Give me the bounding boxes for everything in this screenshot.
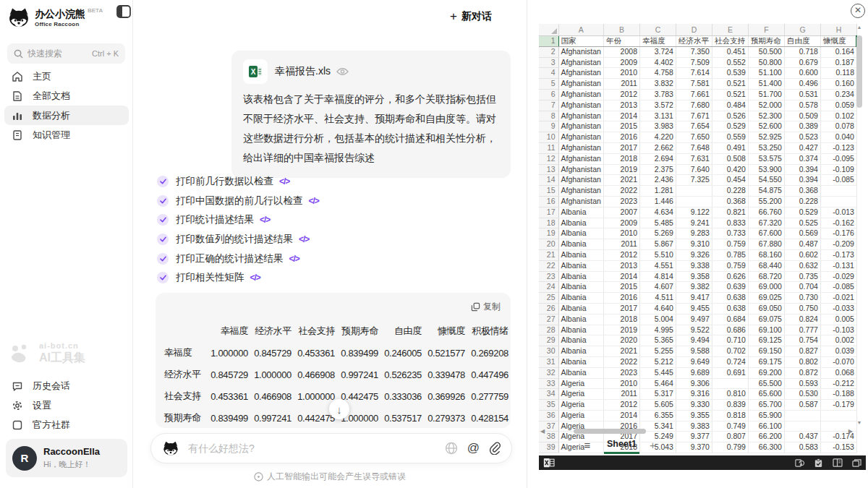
cell-country[interactable]: Afghanistan — [558, 196, 603, 207]
cell-value[interactable]: 7.671 — [676, 111, 712, 121]
cell-country[interactable]: Albania — [558, 282, 603, 293]
cell-value[interactable]: 0.578 — [784, 100, 820, 111]
cell-value[interactable]: 3.572 — [639, 100, 676, 111]
sidebar-item-documents[interactable]: 全部文档 — [4, 86, 129, 106]
cell-value[interactable]: 0.234 — [820, 89, 856, 100]
scroll-to-bottom-button[interactable]: ↓ — [329, 399, 349, 419]
cell-country[interactable]: Afghanistan — [558, 175, 603, 186]
cell-value[interactable]: 0.824 — [784, 314, 820, 325]
row-number[interactable]: 36 — [539, 410, 558, 421]
sheet-row[interactable]: 25Albania20164.5119.4170.63869.0250.730-… — [539, 293, 856, 304]
cell-value[interactable]: 0.102 — [820, 111, 856, 121]
cell-country[interactable]: Algeria — [558, 400, 603, 411]
sheet-row[interactable]: 31Albania20225.2129.6490.72469.1750.802-… — [539, 356, 856, 367]
cell-value[interactable]: 7.614 — [676, 68, 712, 79]
cell-value[interactable]: -0.131 — [820, 260, 856, 271]
cell-value[interactable]: 2021 — [603, 175, 639, 186]
cell-value[interactable]: 0.484 — [712, 100, 748, 111]
row-number[interactable]: 28 — [539, 325, 558, 335]
code-icon[interactable]: </> — [250, 273, 260, 283]
row-number[interactable]: 33 — [539, 378, 558, 389]
cell-value[interactable]: 2.694 — [639, 153, 676, 164]
cell-value[interactable]: 52.300 — [748, 111, 784, 121]
column-header[interactable]: E — [712, 24, 748, 36]
cell-country[interactable]: Albania — [558, 367, 603, 378]
cell-value[interactable]: 5.510 — [639, 249, 676, 260]
new-chat-button[interactable]: + 新对话 — [450, 9, 492, 24]
cell-country[interactable]: Albania — [558, 346, 603, 357]
cell-value[interactable]: 7.661 — [676, 89, 712, 100]
cell-value[interactable]: 7.654 — [676, 121, 712, 132]
cell-value[interactable]: 5.867 — [639, 239, 676, 250]
cell-country[interactable]: Albania — [558, 260, 603, 271]
cell-value[interactable]: 1.281 — [639, 186, 676, 197]
file-attachment[interactable]: X 幸福报告.xls — [243, 59, 499, 84]
cell-value[interactable]: 2009 — [603, 218, 639, 228]
cell-value[interactable]: -0.188 — [820, 389, 856, 400]
cell-value[interactable]: 0.777 — [784, 325, 820, 335]
cell-value[interactable]: 0.228 — [712, 186, 748, 197]
cell-value[interactable]: 0.691 — [712, 367, 748, 378]
cell-country[interactable]: Afghanistan — [558, 68, 603, 79]
cell-value[interactable]: 9.338 — [676, 260, 712, 271]
row-number[interactable]: 12 — [539, 153, 558, 164]
sheet-row[interactable]: 20Albania20115.8679.3100.75967.8800.487-… — [539, 239, 856, 250]
cell-country[interactable]: Afghanistan — [558, 153, 603, 164]
horizontal-scroll-thumb[interactable] — [574, 429, 646, 434]
cell-value[interactable]: -0.162 — [820, 218, 856, 228]
row-number[interactable]: 7 — [539, 100, 558, 111]
cell-value[interactable]: 0.679 — [784, 57, 820, 68]
cell-value[interactable]: 55.200 — [748, 196, 784, 207]
cell-value[interactable]: 6.355 — [639, 410, 676, 421]
row-number[interactable]: 8 — [539, 111, 558, 121]
cell-value[interactable]: -0.153 — [820, 442, 856, 453]
cell-value[interactable]: 0.710 — [712, 335, 748, 346]
cell-value[interactable]: 2022 — [603, 186, 639, 197]
message-input[interactable] — [187, 442, 435, 455]
cell-value[interactable]: 0.539 — [712, 68, 748, 79]
cell-value[interactable]: 68.720 — [748, 271, 784, 282]
cell-value[interactable]: 0.420 — [712, 164, 748, 175]
cell-value[interactable]: 0.583 — [784, 442, 820, 453]
cell-country[interactable]: Albania — [558, 303, 603, 314]
cell-value[interactable]: 69.025 — [748, 293, 784, 304]
cell-value[interactable]: 50.800 — [748, 57, 784, 68]
cell-value[interactable]: 5.485 — [639, 218, 676, 228]
cell-value[interactable]: 0.587 — [784, 400, 820, 411]
cell-value[interactable]: 0.164 — [820, 46, 856, 57]
cell-value[interactable]: 0.005 — [820, 314, 856, 325]
cell-value[interactable]: 2022 — [603, 356, 639, 367]
row-number[interactable]: 30 — [539, 346, 558, 357]
cell-value[interactable]: 0.529 — [712, 121, 748, 132]
cell-country[interactable]: Albania — [558, 356, 603, 367]
cell-value[interactable]: 53.250 — [748, 142, 784, 153]
cell-value[interactable]: 2016 — [603, 293, 639, 304]
row-number[interactable]: 18 — [539, 218, 558, 228]
cell-value[interactable]: 0.530 — [784, 389, 820, 400]
cell-value[interactable] — [820, 410, 856, 421]
mention-button[interactable]: @ — [467, 441, 480, 455]
cell-country[interactable]: Albania — [558, 293, 603, 304]
sheet-row[interactable]: 36Algeria20146.3559.3550.81865.900 — [539, 410, 856, 421]
cell-value[interactable]: 3.131 — [639, 111, 676, 121]
row-number[interactable]: 20 — [539, 239, 558, 250]
cell-value[interactable]: 7.631 — [676, 153, 712, 164]
cell-value[interactable] — [784, 410, 820, 421]
sheet-list-menu-icon[interactable]: ≡ — [576, 439, 598, 451]
cell-value[interactable]: 9.370 — [676, 442, 712, 453]
cell-value[interactable]: -0.209 — [820, 239, 856, 250]
sheet-tab[interactable]: Sheet1 — [598, 436, 645, 454]
cell-value[interactable]: 0.160 — [820, 79, 856, 90]
cell-country[interactable]: Afghanistan — [558, 121, 603, 132]
copy-button[interactable]: 复制 — [156, 293, 511, 313]
cell-country[interactable]: Afghanistan — [558, 89, 603, 100]
sheet-row[interactable]: 29Albania20205.3659.4940.71069.1250.7540… — [539, 335, 856, 346]
cell-country[interactable]: Algeria — [558, 389, 603, 400]
cell-value[interactable]: 0.632 — [784, 260, 820, 271]
cell-value[interactable]: 5.317 — [639, 389, 676, 400]
cell-value[interactable]: 0.039 — [820, 346, 856, 357]
row-number[interactable]: 24 — [539, 282, 558, 293]
cell-value[interactable]: 2.662 — [639, 142, 676, 153]
cell-value[interactable]: 0.427 — [784, 142, 820, 153]
sheet-row[interactable]: 26Albania20174.6409.4550.63869.0500.750-… — [539, 303, 856, 314]
